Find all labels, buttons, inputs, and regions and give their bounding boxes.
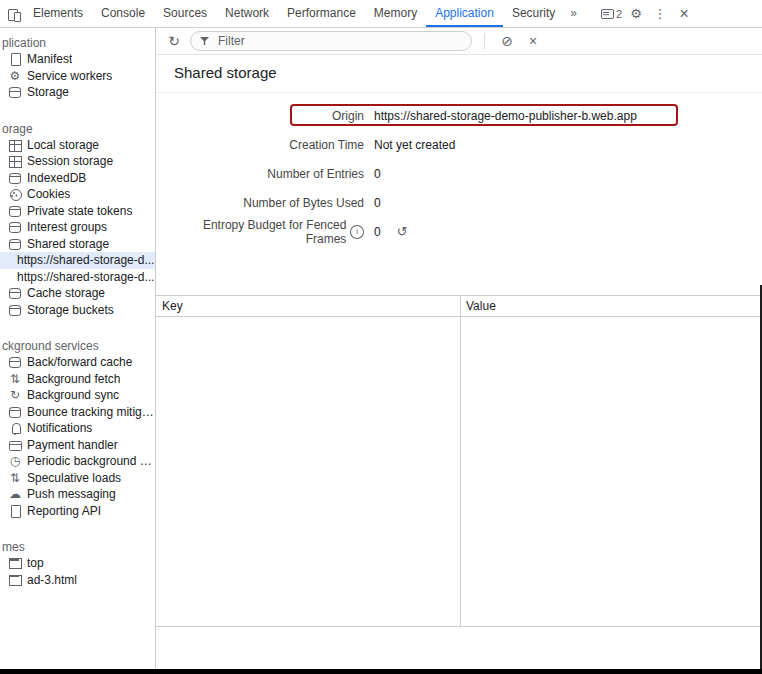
sidebar-item-shared-storage-origin-2[interactable]: https://shared-storage-d... [0, 269, 155, 286]
tab-performance[interactable]: Performance [278, 0, 365, 27]
tab-console[interactable]: Console [92, 0, 154, 27]
field-label-text: Entropy Budget for Fenced Frames [164, 218, 346, 246]
reset-budget-icon[interactable]: ↺ [397, 224, 408, 239]
card-icon [7, 437, 23, 453]
field-value: Not yet created [374, 138, 455, 152]
filter-box [190, 31, 472, 51]
sidebar-item-label: ad-3.html [27, 573, 77, 587]
tab-application[interactable]: Application [426, 0, 503, 27]
frame-icon [7, 572, 23, 588]
sidebar-item-manifest[interactable]: Manifest [0, 51, 155, 68]
sidebar-item-label: Back/forward cache [27, 355, 132, 369]
sidebar-item-notifications[interactable]: Notifications [0, 420, 155, 437]
toolbar-divider [484, 33, 485, 49]
sidebar-item-local-storage[interactable]: Local storage [0, 137, 155, 154]
column-header-key[interactable]: Key [156, 296, 460, 316]
sidebar-item-label: https://shared-storage-d... [17, 253, 154, 267]
sidebar-item-label: Bounce tracking mitiga... [27, 405, 155, 419]
sidebar-item-frame-ad-3[interactable]: ad-3.html [0, 572, 155, 589]
sidebar-item-reporting-api[interactable]: Reporting API [0, 503, 155, 520]
filter-input[interactable] [216, 33, 465, 49]
sidebar-item-label: Payment handler [27, 438, 118, 452]
refresh-button[interactable]: ↻ [164, 31, 184, 51]
sidebar-item-label: Speculative loads [27, 471, 121, 485]
sidebar-item-cookies[interactable]: Cookies [0, 186, 155, 203]
sidebar-item-label: Periodic background s... [27, 454, 155, 468]
sidebar-item-label: Local storage [27, 138, 99, 152]
sidebar-item-shared-storage[interactable]: Shared storage [0, 236, 155, 253]
section-storage: orage [0, 121, 155, 137]
sidebar-item-storage-buckets[interactable]: Storage buckets [0, 302, 155, 319]
window-bottom-edge [0, 669, 762, 674]
more-tabs-button[interactable]: » [564, 0, 583, 27]
sidebar-item-bounce-tracking[interactable]: Bounce tracking mitiga... [0, 404, 155, 421]
sidebar-item-label: Storage buckets [27, 303, 114, 317]
close-devtools-button[interactable]: × [674, 4, 694, 24]
section-frames: mes [0, 539, 155, 555]
sidebar-item-label: IndexedDB [27, 171, 86, 185]
sidebar-item-interest-groups[interactable]: Interest groups [0, 219, 155, 236]
sidebar-item-label: Interest groups [27, 220, 107, 234]
field-row-number-of-bytes: Number of Bytes Used 0 [164, 188, 762, 217]
section-application: plication [0, 35, 155, 51]
sidebar-item-private-state-tokens[interactable]: Private state tokens [0, 203, 155, 220]
sidebar-item-cache-storage[interactable]: Cache storage [0, 285, 155, 302]
sidebar-item-storage[interactable]: Storage [0, 84, 155, 101]
column-divider[interactable] [460, 296, 461, 626]
info-icon[interactable]: i [350, 225, 364, 239]
more-options-button[interactable]: ⋮ [650, 4, 670, 24]
sidebar-item-indexeddb[interactable]: IndexedDB [0, 170, 155, 187]
sidebar-item-label: Private state tokens [27, 204, 132, 218]
field-row-number-of-entries: Number of Entries 0 [164, 159, 762, 188]
field-value: https://shared-storage-demo-publisher-b.… [374, 109, 637, 123]
sidebar-item-label: Service workers [27, 69, 112, 83]
sidebar-item-payment-handler[interactable]: Payment handler [0, 437, 155, 454]
issues-button[interactable]: 2 [599, 4, 622, 24]
database-icon [7, 170, 23, 186]
tab-security[interactable]: Security [503, 0, 564, 27]
sidebar-item-frame-top[interactable]: top [0, 555, 155, 572]
table-body-empty [156, 317, 762, 626]
field-value: 0 ↺ [374, 224, 408, 239]
sidebar-item-label: Cache storage [27, 286, 105, 300]
frame-icon [7, 555, 23, 571]
sidebar-item-session-storage[interactable]: Session storage [0, 153, 155, 170]
panel-toolbar: ↻ ⊘ × [156, 28, 762, 55]
sidebar-item-background-sync[interactable]: ↻ Background sync [0, 387, 155, 404]
database-icon [7, 203, 23, 219]
sidebar-item-label: Cookies [27, 187, 70, 201]
cloud-icon: ☁ [7, 486, 23, 502]
clear-all-button[interactable]: ⊘ [497, 31, 517, 51]
sidebar-item-push-messaging[interactable]: ☁ Push messaging [0, 486, 155, 503]
field-value: 0 [374, 167, 381, 181]
delete-selected-button[interactable]: × [523, 31, 543, 51]
tab-memory[interactable]: Memory [365, 0, 426, 27]
tab-elements[interactable]: Elements [24, 0, 92, 27]
database-icon [7, 302, 23, 318]
sidebar-item-background-fetch[interactable]: ⇅ Background fetch [0, 371, 155, 388]
storage-items-table: Key Value [156, 295, 762, 627]
up-down-arrows-icon: ⇅ [7, 371, 23, 387]
bell-icon [7, 420, 23, 436]
field-label: Number of Bytes Used [164, 196, 364, 210]
shared-storage-panel: ↻ ⊘ × Shared storage Origin https://shar… [156, 28, 762, 669]
tab-network[interactable]: Network [216, 0, 278, 27]
field-row-origin: Origin https://shared-storage-demo-publi… [164, 101, 762, 130]
sidebar-item-service-workers[interactable]: ⚙ Service workers [0, 68, 155, 85]
sidebar-item-speculative-loads[interactable]: ⇅ Speculative loads [0, 470, 155, 487]
sidebar-item-shared-storage-origin-b[interactable]: https://shared-storage-d... [0, 252, 155, 269]
table-icon [7, 137, 23, 153]
issues-count: 2 [616, 4, 622, 24]
sidebar-item-label: https://shared-storage-d... [17, 270, 154, 284]
toggle-device-toolbar-icon[interactable] [6, 6, 22, 22]
column-header-value[interactable]: Value [460, 296, 762, 316]
sidebar-item-label: Notifications [27, 421, 92, 435]
settings-button[interactable]: ⚙ [626, 4, 646, 24]
sidebar-item-back-forward-cache[interactable]: Back/forward cache [0, 354, 155, 371]
field-label: Origin [164, 109, 364, 123]
sidebar-item-periodic-background-sync[interactable]: ◷ Periodic background s... [0, 453, 155, 470]
sidebar-item-label: Session storage [27, 154, 113, 168]
devtools-window: Elements Console Sources Network Perform… [0, 0, 762, 674]
sidebar-item-label: Storage [27, 85, 69, 99]
tab-sources[interactable]: Sources [154, 0, 216, 27]
